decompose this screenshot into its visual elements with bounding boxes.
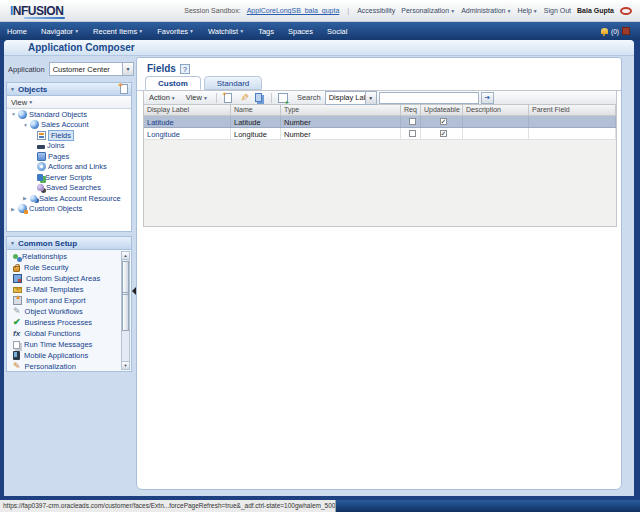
view-menu[interactable]: View▼: [7, 98, 37, 107]
main-navbar: Home Navigator▼ Recent Items▼ Favorites▼…: [0, 22, 640, 40]
session-sandbox-link[interactable]: ApplCoreLongSB_bala_gupta: [247, 7, 340, 14]
tabstrip: Custom Standard: [137, 76, 621, 91]
scroll-up-arrow[interactable]: ▲: [122, 252, 129, 260]
action-menu[interactable]: Action▼: [144, 93, 181, 102]
new-icon: [224, 93, 232, 103]
setup-item-relationships[interactable]: Relationships: [7, 251, 131, 262]
chevron-down-icon[interactable]: ▼: [365, 92, 376, 104]
table-row[interactable]: Latitude Latitude Number: [144, 116, 616, 128]
search-go-button[interactable]: ➔: [481, 92, 494, 104]
notification-count: (0): [611, 28, 619, 35]
fields-title: Fields: [147, 63, 176, 74]
setup-item-object-workflows[interactable]: ✎Object Workflows: [7, 306, 131, 317]
nav-watchlist[interactable]: Watchlist▼: [201, 27, 251, 36]
tree-item-server-scripts[interactable]: Server Scripts: [7, 172, 131, 183]
logo-swoosh: [24, 17, 65, 19]
column-header[interactable]: Description: [463, 105, 529, 115]
tree-item-pages[interactable]: Pages: [7, 151, 131, 162]
table-row[interactable]: Longitude Longitude Number: [144, 128, 616, 140]
create-field-button[interactable]: [222, 92, 234, 104]
tab-custom[interactable]: Custom: [145, 76, 201, 90]
workflow-pen-icon: ✎: [13, 307, 21, 316]
chevron-down-icon: ▼: [203, 95, 208, 101]
sign-out-link[interactable]: Sign Out: [544, 7, 571, 14]
tree-item-standard-objects[interactable]: ▼ Standard Objects: [7, 109, 131, 120]
req-checkbox[interactable]: [409, 130, 416, 137]
scrollbar-thumb[interactable]: [122, 261, 129, 331]
notifications-bell-icon[interactable]: [601, 28, 608, 34]
toolbar-separator: [271, 93, 272, 103]
accessibility-link[interactable]: Accessibility: [357, 7, 395, 14]
nav-home[interactable]: Home: [0, 27, 34, 36]
administration-menu[interactable]: Administration▼: [461, 7, 511, 14]
tree-item-custom-objects[interactable]: ▶ Custom Objects: [7, 204, 131, 215]
tree-item-actions-and-links[interactable]: Actions and Links: [7, 162, 131, 173]
setup-item-run-time-messages[interactable]: Run Time Messages: [7, 339, 131, 350]
field-link[interactable]: Latitude: [144, 116, 231, 127]
apps-grid-icon[interactable]: [622, 27, 630, 35]
column-header[interactable]: Type: [281, 105, 401, 115]
field-link[interactable]: Longitude: [144, 128, 231, 139]
setup-item-mobile-applications[interactable]: Mobile Applications: [7, 350, 131, 361]
setup-item-custom-subject-areas[interactable]: Custom Subject Areas: [7, 273, 131, 284]
custom-objects-icon: [18, 204, 27, 213]
tree-item-fields[interactable]: Fields: [7, 130, 131, 141]
nav-tags[interactable]: Tags: [251, 27, 281, 36]
disclosure-expanded-icon[interactable]: ▼: [11, 111, 18, 117]
disclosure-collapsed-icon[interactable]: ▶: [11, 206, 18, 212]
nav-spaces[interactable]: Spaces: [281, 27, 320, 36]
app-frame: Application Composer Application Custome…: [0, 40, 640, 500]
collapse-chevron-icon[interactable]: ▼: [10, 240, 15, 246]
common-setup-panel: ▼ Common Setup Relationships Role Securi…: [6, 236, 132, 372]
column-header[interactable]: Name: [231, 105, 281, 115]
setup-item-business-processes[interactable]: ✔Business Processes: [7, 317, 131, 328]
tree-item-sales-account-resource[interactable]: ▶ Sales Account Resource: [7, 193, 131, 204]
setup-item-personalization[interactable]: ✎Personalization: [7, 361, 131, 372]
view-menu[interactable]: View▼: [181, 93, 213, 102]
personalization-menu[interactable]: Personalization▼: [401, 7, 455, 14]
disclosure-expanded-icon[interactable]: ▼: [23, 122, 30, 128]
tree-item-saved-searches[interactable]: Saved Searches: [7, 183, 131, 194]
application-select[interactable]: Customer Center ▼: [49, 62, 134, 76]
sidebar-scrollbar[interactable]: ▲ ▼: [121, 251, 130, 370]
export-button[interactable]: [277, 92, 289, 104]
search-by-select[interactable]: Display Label ▼: [325, 91, 377, 105]
search-input[interactable]: [379, 92, 479, 104]
column-header[interactable]: Updateable: [421, 105, 463, 115]
updateable-checkbox[interactable]: [440, 130, 447, 137]
tab-standard[interactable]: Standard: [204, 76, 262, 90]
collapse-chevron-icon[interactable]: ▼: [10, 86, 15, 92]
setup-item-global-functions[interactable]: fxGlobal Functions: [7, 328, 131, 339]
help-icon[interactable]: ?: [180, 64, 190, 74]
nav-recent-items[interactable]: Recent Items▼: [86, 27, 150, 36]
tree-item-sales-account[interactable]: ▼ Sales Account: [7, 120, 131, 131]
fx-icon: fx: [13, 329, 20, 338]
help-menu[interactable]: Help▼: [517, 7, 537, 14]
page-title: Application Composer: [28, 42, 135, 53]
tree-item-joins[interactable]: Joins: [7, 141, 131, 152]
new-object-icon[interactable]: [120, 84, 128, 94]
mobile-icon: [13, 351, 20, 360]
chevron-down-icon: ▼: [450, 8, 455, 14]
duplicate-field-button[interactable]: [254, 92, 266, 104]
setup-item-import-export[interactable]: Import and Export: [7, 295, 131, 306]
nav-navigator[interactable]: Navigator▼: [34, 27, 86, 36]
lock-icon: [13, 266, 20, 272]
scroll-down-arrow[interactable]: ▼: [122, 361, 129, 369]
column-header[interactable]: Parent Field: [529, 105, 616, 115]
nav-favorites[interactable]: Favorites▼: [150, 27, 201, 36]
column-header[interactable]: Req: [401, 105, 421, 115]
disclosure-collapsed-icon[interactable]: ▶: [23, 195, 30, 201]
nav-social[interactable]: Social: [320, 27, 354, 36]
table-header: Display Label Name Type Req Updateable D…: [144, 105, 616, 116]
edit-field-button[interactable]: ✎: [238, 92, 250, 104]
objects-panel-header[interactable]: ▼ Objects: [7, 83, 131, 96]
req-checkbox[interactable]: [409, 118, 416, 125]
setup-item-email-templates[interactable]: E-Mail Templates: [7, 284, 131, 295]
column-header[interactable]: Display Label: [144, 105, 231, 115]
setup-item-role-security[interactable]: Role Security: [7, 262, 131, 273]
updateable-checkbox[interactable]: [440, 118, 447, 125]
export-grid-icon: [278, 93, 288, 103]
chevron-down-icon[interactable]: ▼: [122, 63, 133, 75]
common-setup-header[interactable]: ▼ Common Setup: [7, 237, 131, 250]
